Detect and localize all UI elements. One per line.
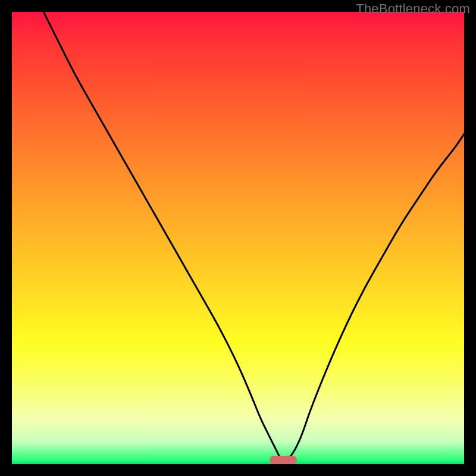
chart-frame: TheBottleneck.com — [0, 0, 476, 476]
curve-svg — [12, 12, 464, 464]
optimal-marker — [270, 456, 297, 464]
watermark-text: TheBottleneck.com — [356, 1, 470, 17]
plot-area — [12, 12, 464, 464]
bottleneck-curve — [43, 12, 464, 462]
